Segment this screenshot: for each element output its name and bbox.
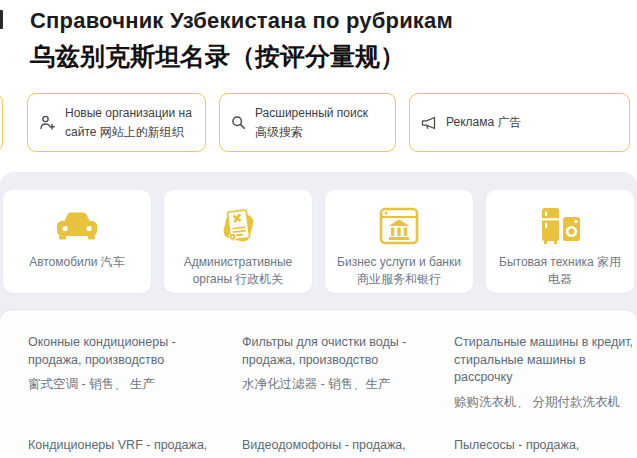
label-ru: Реклама xyxy=(446,115,494,129)
rubric-link-ru[interactable]: Пылесосы - продажа, производство xyxy=(454,437,635,458)
page-title-russian: Справочник Узбекистана по рубрикам xyxy=(30,7,607,35)
category-card-business-banks[interactable]: Бизнес услуги и банки 商业服务和银行 xyxy=(325,190,473,293)
rubric-link-ru[interactable]: Фильтры для очистки воды - продажа, прои… xyxy=(242,334,440,369)
category-label: Бизнес услуги и банки 商业服务和银行 xyxy=(325,254,473,289)
category-label: Бытовая техника 家用电器 xyxy=(486,254,634,289)
category-card-household-appliances[interactable]: Бытовая техника 家用电器 xyxy=(486,190,634,293)
rubric-link-ru[interactable]: Видеодомофоны - продажа, производство xyxy=(242,437,440,458)
new-organizations-button[interactable]: Новые организации на сайте 网站上的新组织 xyxy=(27,93,206,152)
search-icon xyxy=(231,115,246,130)
advertising-button[interactable]: Реклама 广告 xyxy=(409,93,630,152)
appliances-icon xyxy=(538,204,582,248)
label-ru: Автомобили xyxy=(29,255,97,269)
label-ru: Бизнес услуги и банки xyxy=(337,255,461,269)
quick-links-row: Новые организации на сайте 网站上的新组织 Расши… xyxy=(27,93,630,152)
carousel-prev-button-fragment[interactable] xyxy=(0,93,3,152)
category-card-automobiles[interactable]: Автомобили 汽车 xyxy=(3,190,151,293)
bank-window-icon xyxy=(378,204,420,248)
label-ru: Расширенный поиск xyxy=(255,106,368,120)
directory-page: Справочник Узбекистана по рубрикам 乌兹别克斯… xyxy=(0,0,637,458)
rubric-link-vrf-air-conditioners[interactable]: Кондиционеры VRF - продажа, производство… xyxy=(28,437,228,458)
rubric-link-washing-machines-credit[interactable]: Стиральные машины в кредит, стиральные м… xyxy=(454,334,635,410)
label-zh: 网站上的新组织 xyxy=(100,125,184,139)
rubric-link-video-intercoms[interactable]: Видеодомофоны - продажа, производство 可视… xyxy=(242,437,440,458)
rubric-link-zh[interactable]: 赊购洗衣机、 分期付款洗衣机 xyxy=(454,394,635,411)
rubric-links-panel: Оконные кондиционеры - продажа, производ… xyxy=(0,310,637,458)
rubric-link-zh[interactable]: 窗式空调 - 销售、 生产 xyxy=(28,376,228,393)
rubric-link-vacuum-cleaners[interactable]: Пылесосы - продажа, производство 真空吸尘器 -… xyxy=(454,437,635,458)
advertising-label: Реклама 广告 xyxy=(446,113,521,132)
car-icon xyxy=(54,204,100,248)
label-ru: Бытовая техника xyxy=(499,255,594,269)
label-zh: 行政机关 xyxy=(235,272,283,286)
person-plus-icon xyxy=(39,114,56,131)
label-zh: 广告 xyxy=(497,115,521,129)
rubric-link-zh[interactable]: 水净化过滤器 - 销售、生产 xyxy=(242,376,440,393)
label-zh: 商业服务和银行 xyxy=(357,272,441,286)
advanced-search-label: Расширенный поиск 高级搜索 xyxy=(255,104,383,141)
rubric-link-ru[interactable]: Оконные кондиционеры - продажа, производ… xyxy=(28,334,228,369)
megaphone-icon xyxy=(421,116,437,130)
label-zh: 高级搜索 xyxy=(255,125,303,139)
clipped-content-sliver xyxy=(0,10,3,29)
category-label: Автомобили 汽车 xyxy=(20,254,134,271)
page-title-chinese: 乌兹别克斯坦名录（按评分量规） xyxy=(30,41,607,71)
rubric-link-ru[interactable]: Стиральные машины в кредит, стиральные м… xyxy=(454,334,635,387)
rubric-link-water-filters[interactable]: Фильтры для очистки воды - продажа, прои… xyxy=(242,334,440,410)
category-label: Административные органы 行政机关 xyxy=(164,254,312,289)
category-card-administrative-organs[interactable]: Административные органы 行政机关 xyxy=(164,190,312,293)
rubric-link-ru[interactable]: Кондиционеры VRF - продажа, производство xyxy=(28,437,228,458)
page-header: Справочник Узбекистана по рубрикам 乌兹别克斯… xyxy=(0,0,637,71)
new-organizations-label: Новые организации на сайте 网站上的新组织 xyxy=(65,104,193,141)
advanced-search-button[interactable]: Расширенный поиск 高级搜索 xyxy=(219,93,396,152)
certificate-gavel-icon xyxy=(217,204,259,248)
category-cards-row: Автомобили 汽车 xyxy=(0,172,637,293)
label-zh: 汽车 xyxy=(101,255,125,269)
categories-section: Автомобили 汽车 xyxy=(0,172,637,458)
rubric-link-window-air-conditioners[interactable]: Оконные кондиционеры - продажа, производ… xyxy=(28,334,228,410)
